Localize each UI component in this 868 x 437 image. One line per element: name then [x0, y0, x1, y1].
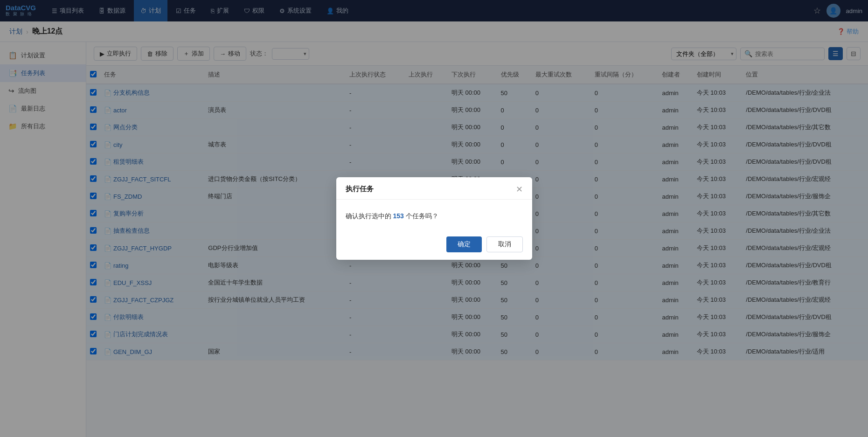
- modal-message-suffix: 个任务吗？: [404, 212, 438, 220]
- modal-message-prefix: 确认执行选中的: [346, 212, 393, 220]
- modal-cancel-button[interactable]: 取消: [486, 236, 523, 252]
- modal-title: 执行任务: [346, 185, 374, 194]
- modal-header: 执行任务 ✕: [336, 177, 532, 200]
- modal-body: 确认执行选中的 153 个任务吗？: [336, 200, 532, 230]
- modal-count: 153: [393, 212, 403, 220]
- modal-confirm-button[interactable]: 确定: [446, 236, 482, 252]
- modal-close-button[interactable]: ✕: [516, 185, 523, 194]
- modal-footer: 确定 取消: [336, 231, 532, 260]
- modal-overlay: 执行任务 ✕ 确认执行选中的 153 个任务吗？ 确定 取消: [0, 0, 868, 437]
- execute-confirm-modal: 执行任务 ✕ 确认执行选中的 153 个任务吗？ 确定 取消: [336, 177, 532, 259]
